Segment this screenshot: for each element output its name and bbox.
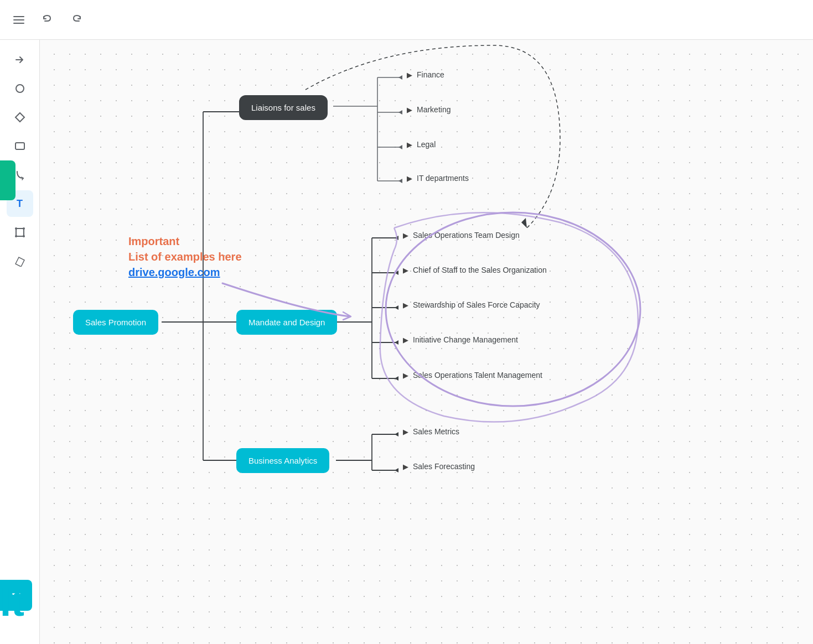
- svg-marker-43: [395, 432, 398, 437]
- svg-marker-4: [15, 113, 24, 122]
- svg-marker-18: [398, 75, 402, 80]
- leaf-talent-management: ▶ Sales Operations Talent Management: [403, 371, 542, 380]
- svg-marker-21: [398, 179, 402, 183]
- svg-marker-19: [398, 110, 402, 115]
- it-text: It: [0, 582, 24, 622]
- svg-point-3: [16, 85, 24, 92]
- leaf-sales-operations-team: ▶ Sales Operations Team Design: [403, 231, 520, 240]
- redo-button[interactable]: [66, 10, 86, 30]
- svg-rect-2: [13, 23, 24, 24]
- svg-point-10: [23, 235, 25, 237]
- green-tab[interactable]: [0, 160, 15, 200]
- svg-rect-5: [15, 143, 24, 149]
- leaf-it-departments: ▶ IT departments: [407, 174, 469, 183]
- svg-point-7: [15, 227, 17, 230]
- sidebar-item-rectangle[interactable]: [7, 133, 33, 159]
- leaf-marketing: ▶ Marketing: [407, 105, 450, 114]
- svg-rect-1: [13, 19, 24, 20]
- leaf-legal: ▶ Legal: [407, 140, 436, 149]
- svg-marker-44: [395, 468, 398, 472]
- leaf-sales-metrics: ▶ Sales Metrics: [403, 427, 459, 436]
- svg-point-8: [23, 227, 25, 230]
- sales-promotion-node[interactable]: Sales Promotion: [73, 310, 158, 335]
- sidebar-item-circle[interactable]: [7, 75, 33, 102]
- sidebar-item-eraser[interactable]: [7, 248, 33, 274]
- svg-rect-6: [16, 228, 24, 236]
- sidebar-item-select[interactable]: [7, 219, 33, 246]
- leaf-initiative-change: ▶ Initiative Change Management: [403, 335, 518, 344]
- menu-button[interactable]: [9, 10, 29, 30]
- business-analytics-node[interactable]: Business Analytics: [236, 448, 329, 473]
- leaf-sales-forecasting: ▶ Sales Forecasting: [403, 462, 475, 471]
- svg-marker-34: [395, 236, 398, 240]
- leaf-chief-of-staff: ▶ Chief of Staff to the Sales Organizati…: [403, 266, 547, 274]
- undo-button[interactable]: [38, 10, 58, 30]
- svg-marker-36: [395, 305, 398, 310]
- main-canvas: Liaisons for sales Sales Promotion Manda…: [40, 40, 813, 644]
- svg-marker-35: [395, 271, 398, 275]
- svg-marker-37: [395, 340, 398, 345]
- svg-rect-0: [13, 16, 24, 17]
- svg-marker-38: [395, 376, 398, 381]
- liaisons-node[interactable]: Liaisons for sales: [239, 95, 328, 120]
- annotation-text: Important List of examples here drive.go…: [128, 233, 242, 280]
- sidebar-item-arrow[interactable]: [7, 46, 33, 73]
- leaf-finance: ▶ Finance: [407, 70, 444, 79]
- svg-marker-45: [521, 218, 527, 228]
- leaf-stewardship: ▶ Stewardship of Sales Force Capacity: [403, 300, 540, 309]
- toolbar: [0, 0, 813, 40]
- sidebar: T: [0, 40, 40, 644]
- svg-marker-11: [15, 257, 24, 267]
- sidebar-item-diamond[interactable]: [7, 104, 33, 131]
- svg-marker-20: [398, 145, 402, 149]
- mandate-design-node[interactable]: Mandate and Design: [236, 310, 337, 335]
- svg-point-9: [15, 235, 17, 237]
